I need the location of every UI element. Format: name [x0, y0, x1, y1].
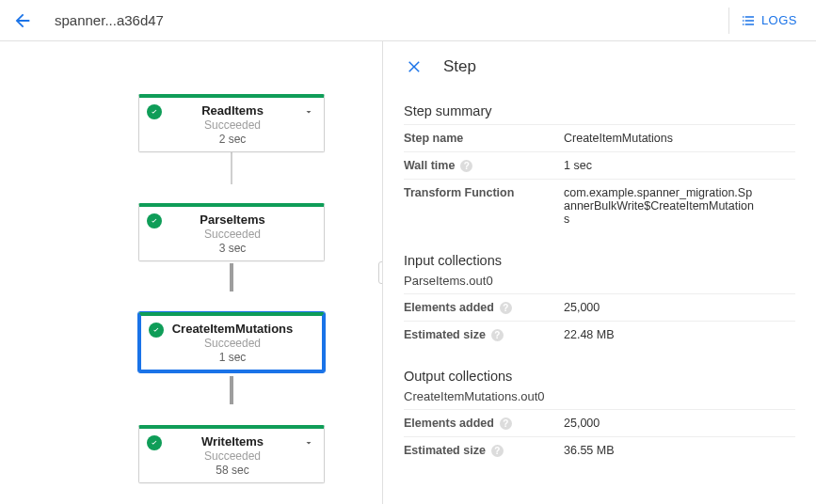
job-name: spanner...a36d47	[49, 12, 164, 28]
step-title: ReadItems	[168, 103, 297, 118]
help-icon[interactable]: ?	[500, 302, 512, 314]
label: Elements added	[404, 417, 494, 430]
section-heading: Step summary	[404, 103, 795, 118]
help-icon[interactable]: ?	[491, 445, 504, 457]
details-pane: Step Step summary Step name CreateItemMu…	[383, 41, 816, 504]
pane-resize-handle[interactable]	[378, 261, 383, 284]
value: CreateItemMutations	[564, 132, 795, 145]
connector	[230, 376, 233, 404]
check-circle-icon	[147, 435, 162, 450]
collection-name: ParseItems.out0	[404, 274, 795, 288]
label: Estimated size	[404, 328, 486, 341]
value: com.example.spanner_migration.SpannerBul…	[564, 186, 795, 226]
list-icon	[741, 13, 756, 28]
logs-label: LOGS	[761, 13, 797, 27]
step-title: ParseItems	[168, 213, 297, 227]
step-time: 2 sec	[168, 133, 297, 146]
step-title: CreateItemMutations	[169, 322, 296, 336]
connector	[230, 263, 233, 291]
step-status: Succeeded	[168, 118, 297, 132]
row-wall-time: Wall time ? 1 sec	[404, 151, 795, 179]
value: 25,000	[564, 417, 795, 430]
connector	[231, 152, 232, 184]
close-button[interactable]	[404, 55, 426, 78]
step-time: 58 sec	[168, 464, 297, 477]
step-node-writeitems[interactable]: WriteItems Succeeded 58 sec	[138, 425, 325, 483]
check-circle-icon	[147, 104, 162, 119]
graph-pane: ReadItems Succeeded 2 sec	[0, 41, 383, 504]
arrow-left-icon	[12, 10, 33, 31]
section-output-collections: Output collections CreateItemMutations.o…	[404, 369, 795, 464]
value: 36.55 MB	[564, 444, 795, 457]
close-icon	[407, 58, 424, 75]
row-elements-added: Elements added ? 25,000	[404, 410, 795, 436]
expand-toggle[interactable]	[303, 104, 316, 118]
expand-toggle[interactable]	[303, 435, 316, 449]
label: Estimated size	[404, 444, 486, 457]
section-heading: Output collections	[404, 369, 795, 384]
row-elements-added: Elements added ? 25,000	[404, 294, 795, 321]
step-time: 3 sec	[168, 242, 297, 255]
section-input-collections: Input collections ParseItems.out0 Elemen…	[404, 253, 795, 348]
step-time: 1 sec	[169, 351, 296, 364]
collection-name: CreateItemMutations.out0	[404, 389, 795, 403]
section-heading: Input collections	[404, 253, 795, 268]
step-node-parseitems[interactable]: ParseItems Succeeded 3 sec	[138, 203, 325, 261]
label: Transform Function	[404, 186, 514, 199]
value: 25,000	[564, 301, 795, 314]
panel-title: Step	[443, 57, 476, 76]
row-step-name: Step name CreateItemMutations	[404, 125, 795, 151]
label: Wall time	[404, 159, 455, 172]
step-node-createitemmutations[interactable]: CreateItemMutations Succeeded 1 sec	[138, 312, 325, 372]
step-status: Succeeded	[168, 228, 297, 241]
check-circle-icon	[149, 323, 164, 338]
help-icon[interactable]: ?	[491, 329, 504, 341]
back-button[interactable]	[4, 2, 41, 39]
step-node-readitems[interactable]: ReadItems Succeeded 2 sec	[138, 94, 325, 152]
help-icon[interactable]: ?	[500, 417, 512, 430]
row-estimated-size: Estimated size ? 36.55 MB	[404, 436, 795, 464]
step-title: WriteItems	[168, 434, 297, 449]
divider	[728, 8, 729, 34]
step-status: Succeeded	[168, 449, 297, 463]
help-icon[interactable]: ?	[460, 160, 472, 172]
section-step-summary: Step summary Step name CreateItemMutatio…	[404, 103, 795, 232]
check-circle-icon	[147, 213, 162, 228]
value: 22.48 MB	[564, 328, 795, 341]
row-estimated-size: Estimated size ? 22.48 MB	[404, 321, 795, 348]
value: 1 sec	[564, 159, 795, 172]
label: Step name	[404, 132, 463, 145]
label: Elements added	[404, 301, 494, 314]
logs-button[interactable]: LOGS	[739, 8, 799, 34]
step-status: Succeeded	[169, 337, 296, 350]
row-transform-function: Transform Function com.example.spanner_m…	[404, 179, 795, 232]
chevron-down-icon	[303, 437, 314, 449]
chevron-down-icon	[303, 106, 314, 118]
